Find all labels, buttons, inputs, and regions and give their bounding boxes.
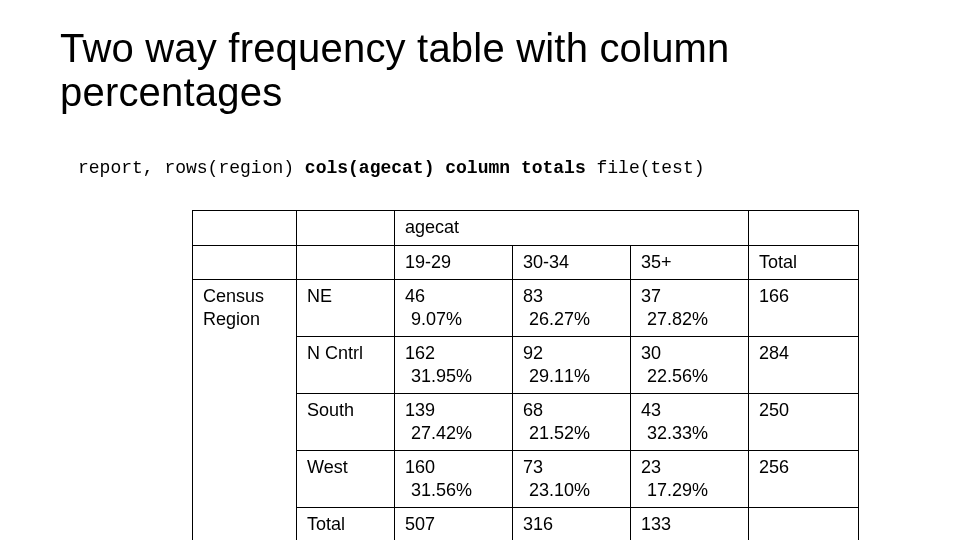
column-header: 35+ <box>631 245 749 280</box>
row-total: 250 <box>749 394 859 451</box>
code-pre: report, rows(region) <box>78 158 305 178</box>
data-cell: 37 27.82% <box>631 280 749 337</box>
row-group-header: Census Region <box>193 280 297 541</box>
row-label: South <box>297 394 395 451</box>
data-cell: 162 31.95% <box>395 337 513 394</box>
column-header: 19-29 <box>395 245 513 280</box>
frequency-table: agecat 19-29 30-34 35+ Total Census Regi… <box>192 210 859 540</box>
data-cell: 92 29.11% <box>513 337 631 394</box>
column-header-total: Total <box>749 245 859 280</box>
command-line: report, rows(region) cols(agecat) column… <box>78 158 705 178</box>
row-label: N Cntrl <box>297 337 395 394</box>
data-cell: 139 27.42% <box>395 394 513 451</box>
row-total: 284 <box>749 337 859 394</box>
row-total: 256 <box>749 451 859 508</box>
grand-total <box>749 508 859 541</box>
code-post: file(test) <box>586 158 705 178</box>
column-group-header: agecat <box>395 211 749 246</box>
data-cell: 160 31.56% <box>395 451 513 508</box>
table-row: 19-29 30-34 35+ Total <box>193 245 859 280</box>
data-cell: 30 22.56% <box>631 337 749 394</box>
row-label: NE <box>297 280 395 337</box>
table-row: Census Region NE 46 9.07% 83 26.27% 37 2… <box>193 280 859 337</box>
col-total: 133 <box>631 508 749 541</box>
row-label: West <box>297 451 395 508</box>
row-label-total: Total <box>297 508 395 541</box>
column-header: 30-34 <box>513 245 631 280</box>
data-cell: 23 17.29% <box>631 451 749 508</box>
data-cell: 46 9.07% <box>395 280 513 337</box>
table-row: agecat <box>193 211 859 246</box>
col-total: 316 <box>513 508 631 541</box>
page-title: Two way frequency table with column perc… <box>60 26 960 114</box>
code-bold: cols(agecat) column totals <box>305 158 586 178</box>
data-cell: 43 32.33% <box>631 394 749 451</box>
data-cell: 68 21.52% <box>513 394 631 451</box>
col-total: 507 <box>395 508 513 541</box>
data-cell: 83 26.27% <box>513 280 631 337</box>
slide: Two way frequency table with column perc… <box>0 0 960 540</box>
data-cell: 73 23.10% <box>513 451 631 508</box>
row-total: 166 <box>749 280 859 337</box>
